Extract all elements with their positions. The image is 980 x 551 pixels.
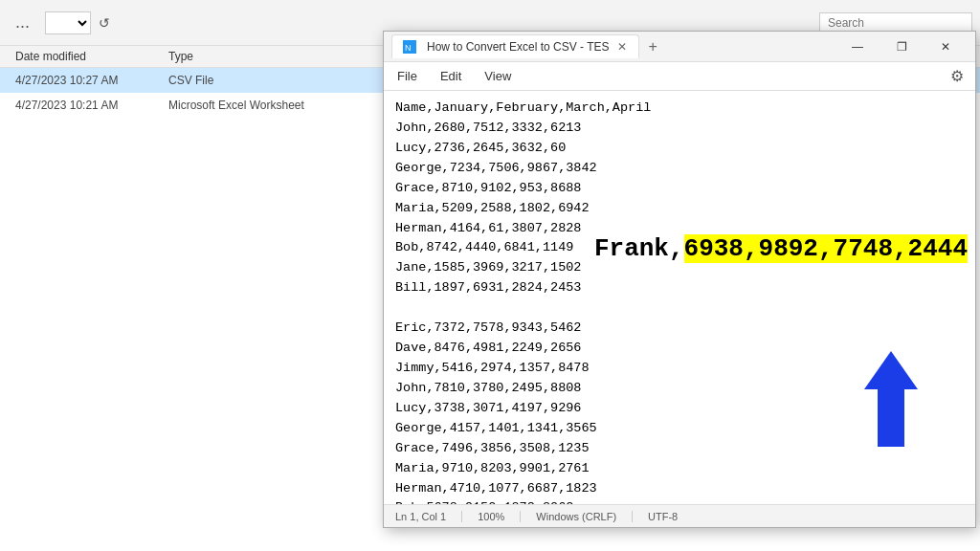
- notepad-statusbar: Ln 1, Col 1 100% Windows (CRLF) UTF-8: [384, 504, 975, 527]
- menu-edit[interactable]: Edit: [431, 65, 471, 87]
- status-encoding: UTF-8: [633, 511, 693, 522]
- content-line-3: George,7234,7506,9867,3842: [395, 159, 964, 179]
- content-line-9: Bill,1897,6931,2824,2453: [395, 278, 964, 298]
- notepad-tab-title: How to Convert Excel to CSV - TES: [427, 40, 610, 54]
- notepad-tab-icon: N: [402, 39, 417, 55]
- content-line-2: Lucy,2736,2645,3632,60: [395, 139, 964, 159]
- content-line-4: Grace,8710,9102,953,8688: [395, 179, 964, 199]
- explorer-address-dropdown[interactable]: [45, 11, 91, 34]
- menu-file[interactable]: File: [388, 65, 427, 87]
- status-zoom: 100%: [462, 511, 521, 522]
- content-line-5: Maria,5209,2588,1802,6942: [395, 199, 964, 219]
- explorer-more-button[interactable]: ...: [8, 9, 37, 36]
- content-line-20: Bob,5678,9150,1873,8062: [395, 498, 964, 504]
- notepad-window-controls: — ❐ ✕: [835, 32, 968, 62]
- content-line-11: Eric,7372,7578,9343,5462: [395, 319, 964, 339]
- notepad-close-button[interactable]: ✕: [924, 32, 968, 62]
- content-line-8: Jane,1585,3969,3217,1502: [395, 258, 964, 278]
- menu-view[interactable]: View: [475, 65, 521, 87]
- content-line-0: Name,January,February,March,April: [395, 99, 964, 119]
- arrow-up-icon: [864, 351, 918, 389]
- notepad-new-tab-button[interactable]: +: [643, 38, 663, 55]
- date-modified-header: Date modified: [15, 50, 168, 63]
- notepad-maximize-button[interactable]: ❐: [880, 32, 924, 62]
- file-date-csv: 4/27/2023 10:27 AM: [15, 74, 168, 87]
- notepad-tab-close-button[interactable]: ✕: [615, 40, 629, 54]
- file-date-excel: 4/27/2023 10:21 AM: [15, 99, 168, 112]
- svg-text:N: N: [405, 43, 412, 53]
- content-line-19: Herman,4710,1077,6687,1823: [395, 479, 964, 499]
- status-position: Ln 1, Col 1: [395, 511, 462, 522]
- content-line-1: John,2680,7512,3332,6213: [395, 119, 964, 139]
- notepad-window: N How to Convert Excel to CSV - TES ✕ + …: [383, 31, 976, 528]
- explorer-refresh-button[interactable]: ↺: [95, 11, 114, 34]
- notepad-titlebar: N How to Convert Excel to CSV - TES ✕ + …: [384, 32, 975, 62]
- notepad-minimize-button[interactable]: —: [835, 32, 880, 62]
- menu-settings-button[interactable]: ⚙: [943, 63, 971, 89]
- arrow-shaft: [878, 389, 904, 447]
- status-line-ending: Windows (CRLF): [521, 511, 633, 522]
- content-line-6: Herman,4164,61,3807,2828: [395, 219, 964, 239]
- notepad-tab[interactable]: N How to Convert Excel to CSV - TES ✕: [391, 34, 639, 58]
- content-line-10: [395, 298, 964, 319]
- notepad-menubar: File Edit View ⚙: [384, 62, 975, 91]
- content-line-7: Bob,8742,4440,6841,1149: [395, 238, 964, 258]
- arrow-annotation: [864, 351, 918, 447]
- notepad-content[interactable]: Name,January,February,March,April John,2…: [384, 91, 975, 504]
- content-line-18: Maria,9710,8203,9901,2761: [395, 459, 964, 479]
